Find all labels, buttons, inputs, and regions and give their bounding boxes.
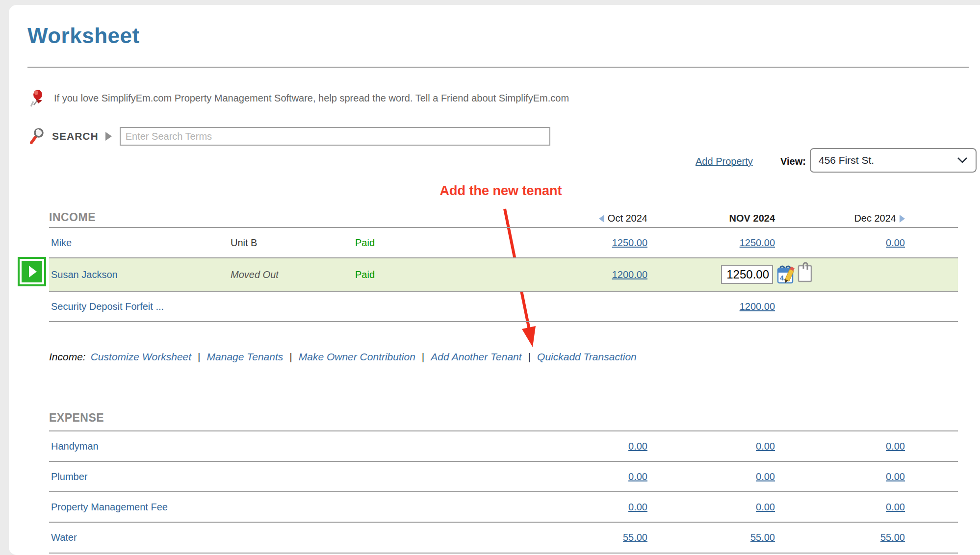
search-input[interactable]	[120, 127, 550, 146]
amount-link-dec[interactable]: 0.00	[886, 441, 905, 452]
search-icon	[29, 127, 45, 145]
income-section-label: INCOME	[49, 211, 470, 227]
tenant-unit: Moved Out	[230, 269, 352, 280]
amount-link-oct[interactable]: 1250.00	[612, 237, 647, 248]
month-current-label: NOV 2024	[729, 213, 775, 224]
amount-link-oct[interactable]: 0.00	[628, 502, 647, 512]
view-select-value: 456 First St.	[819, 154, 957, 166]
calendar-edit-icon[interactable]: 4	[776, 263, 796, 286]
income-table: INCOME Oct 2024 NOV 2024 Dec 2024 Mike U…	[49, 205, 958, 322]
amount-link-dec[interactable]: 0.00	[886, 237, 905, 248]
tenant-status: Paid	[352, 269, 470, 280]
note-attachment-icon[interactable]	[797, 262, 813, 283]
expense-item-link[interactable]: Handyman	[49, 441, 470, 452]
page-title: Worksheet	[27, 24, 140, 48]
separator: |	[422, 351, 424, 363]
separator: |	[198, 351, 200, 363]
selected-row-jump-button[interactable]	[20, 259, 44, 284]
amount-link-oct[interactable]: 0.00	[628, 471, 647, 482]
amount-link-nov[interactable]: 0.00	[756, 502, 775, 512]
worksheet-screen: Worksheet If you love SimplifyEm.com Pro…	[0, 0, 980, 555]
amount-link-dec[interactable]: 0.00	[886, 471, 905, 482]
amount-link-dec[interactable]: 0.00	[886, 502, 905, 512]
month-prev-label: Oct 2024	[608, 213, 647, 224]
expense-item-link[interactable]: Water	[49, 532, 470, 543]
month-next-label: Dec 2024	[854, 213, 896, 224]
rent-amount-input[interactable]	[721, 265, 773, 284]
amount-link-oct[interactable]: 0.00	[628, 441, 647, 452]
month-prev-header[interactable]: Oct 2024	[470, 213, 649, 227]
amount-link-dec[interactable]: 55.00	[880, 532, 905, 543]
search-arrow-icon	[105, 132, 112, 141]
prev-month-icon[interactable]	[599, 215, 604, 223]
tenant-status: Paid	[352, 237, 470, 249]
income-row-susan: Susan Jackson Moved Out Paid 1200.00 4	[49, 258, 958, 292]
amount-link-nov[interactable]: 55.00	[750, 532, 775, 543]
chevron-down-icon	[957, 157, 968, 164]
make-owner-contribution-link[interactable]: Make Owner Contribution	[299, 351, 415, 363]
search-bar: SEARCH	[29, 126, 550, 147]
income-item-link[interactable]: Security Deposit Forfeit ...	[49, 301, 470, 312]
separator: |	[528, 351, 531, 363]
view-label: View:	[780, 156, 806, 167]
amount-link-nov[interactable]: 1200.00	[740, 301, 775, 312]
title-divider	[27, 67, 969, 68]
share-message: If you love SimplifyEm.com Property Mana…	[54, 93, 569, 104]
tenant-name-link[interactable]: Mike	[49, 237, 230, 249]
expense-header-row: EXPENSE	[49, 397, 958, 431]
customize-worksheet-link[interactable]: Customize Worksheet	[91, 351, 191, 363]
expense-row-plumber: Plumber 0.00 0.00 0.00	[49, 462, 958, 492]
amount-link-nov[interactable]: 0.00	[756, 441, 775, 452]
manage-tenants-link[interactable]: Manage Tenants	[207, 351, 284, 363]
tenant-unit: Unit B	[230, 237, 352, 249]
quickadd-transaction-link[interactable]: Quickadd Transaction	[537, 351, 637, 363]
income-actions-bar: Income: Customize Worksheet | Manage Ten…	[49, 351, 637, 363]
view-select[interactable]: 456 First St.	[810, 148, 977, 173]
svg-text:4: 4	[780, 274, 784, 282]
income-row-security-deposit: Security Deposit Forfeit ... 1200.00	[49, 292, 958, 322]
expense-item-link[interactable]: Property Management Fee	[49, 502, 470, 513]
expense-row-property-management-fee: Property Management Fee 0.00 0.00 0.00	[49, 492, 958, 523]
tenant-name-link[interactable]: Susan Jackson	[49, 269, 230, 280]
next-month-icon[interactable]	[900, 215, 905, 223]
expense-row-handyman: Handyman 0.00 0.00 0.00	[49, 431, 958, 462]
month-current-header: NOV 2024	[649, 213, 776, 227]
income-actions-label: Income:	[49, 351, 86, 363]
amount-link-oct[interactable]: 55.00	[623, 532, 647, 543]
amount-link-nov[interactable]: 0.00	[756, 471, 775, 482]
expense-item-link[interactable]: Plumber	[49, 471, 470, 482]
separator: |	[289, 351, 292, 363]
search-label: SEARCH	[52, 130, 99, 142]
income-row-mike: Mike Unit B Paid 1250.00 1250.00 0.00	[49, 228, 958, 258]
right-arrow-icon	[29, 266, 37, 278]
amount-link-oct[interactable]: 1200.00	[612, 269, 647, 280]
pushpin-icon	[30, 89, 45, 107]
expense-table: EXPENSE Handyman 0.00 0.00 0.00 Plumber …	[49, 397, 958, 554]
expense-section-label: EXPENSE	[49, 411, 470, 430]
page-background: Worksheet If you love SimplifyEm.com Pro…	[9, 5, 980, 555]
add-property-link[interactable]: Add Property	[696, 156, 753, 167]
income-header-row: INCOME Oct 2024 NOV 2024 Dec 2024	[49, 205, 958, 228]
share-banner: If you love SimplifyEm.com Property Mana…	[30, 87, 569, 109]
annotation-text: Add the new tenant	[416, 183, 586, 199]
expense-row-water: Water 55.00 55.00 55.00	[49, 523, 958, 554]
add-another-tenant-link[interactable]: Add Another Tenant	[431, 351, 521, 363]
amount-link-nov[interactable]: 1250.00	[740, 237, 775, 248]
month-next-header[interactable]: Dec 2024	[776, 213, 906, 227]
